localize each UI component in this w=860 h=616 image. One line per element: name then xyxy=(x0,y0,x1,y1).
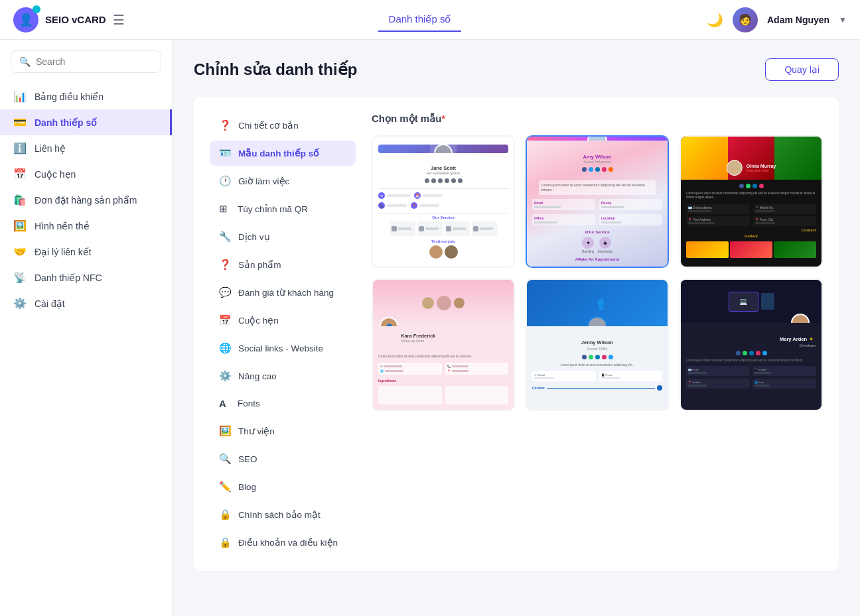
nav-tab-business-cards[interactable]: Danh thiếp số xyxy=(378,8,462,32)
sidebar-item-label: Liên hệ xyxy=(35,143,66,154)
content-nav-label: Chi tiết cơ bản xyxy=(238,120,299,131)
sidebar-item-label: Đơn đặt hàng sản phẩm xyxy=(35,195,137,206)
content-nav-label: Chính sách bảo mật xyxy=(238,509,321,520)
search-icon: 🔍 xyxy=(19,56,31,67)
content-nav-appointments[interactable]: 📅 Cuộc hẹn xyxy=(210,308,356,333)
nav-center: Danh thiếp số xyxy=(146,8,693,32)
content-nav-label: Đánh giá từ khách hàng xyxy=(238,287,334,298)
content-nav-products[interactable]: ❓ Sản phẩm xyxy=(210,252,356,277)
card-template-icon: 🪪 xyxy=(219,147,232,159)
qr-icon: ⊞ xyxy=(219,203,231,215)
avatar-emoji: 🧑 xyxy=(739,13,752,26)
content-nav-privacy[interactable]: 🔒 Chính sách bảo mật xyxy=(210,502,356,527)
card-background-icon: 🖼️ xyxy=(13,219,27,232)
content-nav-label: Giờ làm việc xyxy=(238,176,289,186)
sidebar-item-label: Hình nền thẻ xyxy=(35,221,90,231)
blog-icon: ✏️ xyxy=(219,481,232,493)
social-links-icon: 🌐 xyxy=(219,342,232,354)
card4-name: Kara Frederick xyxy=(401,333,508,339)
content-nav-label: Mẫu danh thiếp số xyxy=(238,148,319,158)
card-thumb-1[interactable]: 💻 Jane Scott Est Excepteur Ipsum xyxy=(372,135,515,268)
hamburger-menu[interactable]: ☰ xyxy=(113,12,125,28)
required-mark: * xyxy=(441,113,445,124)
back-button[interactable]: Quay lại xyxy=(765,58,839,81)
sidebar-item-appointment[interactable]: 📅 Cuộc hẹn xyxy=(0,161,172,187)
content-nav-label: Social links - Website xyxy=(238,343,323,353)
content-nav-terms[interactable]: 🔒 Điều khoản và điều kiện xyxy=(210,530,356,555)
top-navigation: 👤 SEIO vCARD ☰ Danh thiếp số 🌙 🧑 Adam Ng… xyxy=(0,0,860,40)
page-header: Chỉnh sửa danh thiếp Quay lại xyxy=(194,58,839,81)
sidebar-item-contact[interactable]: ℹ️ Liên hệ xyxy=(0,135,172,161)
content-nav-library[interactable]: 🖼️ Thư viện xyxy=(210,418,356,444)
card-thumb-2[interactable]: ♥ Amy Wilson Senior Influencer xyxy=(526,135,669,268)
content-nav-qr[interactable]: ⊞ Tùy chỉnh mã QR xyxy=(210,196,356,221)
orders-icon: 🛍️ xyxy=(13,194,27,206)
sidebar-item-card-background[interactable]: 🖼️ Hình nền thẻ xyxy=(0,213,172,239)
content-nav-label: Blog xyxy=(238,482,256,492)
logo-text: SEIO vCARD xyxy=(45,14,106,25)
card-thumb-4[interactable]: 👤 Kara Frederick Make-up Artist Lorem ip… xyxy=(372,278,515,411)
content-sidebar: ❓ Chi tiết cơ bản 🪪 Mẫu danh thiếp số 🕐 … xyxy=(210,113,356,555)
content-nav-advanced[interactable]: ⚙️ Nâng cao xyxy=(210,363,356,389)
dashboard-icon: 📊 xyxy=(13,90,27,103)
content-nav-social-links[interactable]: 🌐 Social links - Website xyxy=(210,336,356,361)
logo-area: 👤 SEIO vCARD ☰ xyxy=(13,7,133,32)
content-nav-label: Cuộc hẹn xyxy=(238,315,279,326)
content-nav-seo[interactable]: 🔍 SEO xyxy=(210,446,356,471)
sidebar-item-nfc[interactable]: 📡 Danh thiếp NFC xyxy=(0,265,172,290)
sidebar-item-label: Đại lý liên kết xyxy=(35,247,92,257)
sidebar-item-business-cards[interactable]: 💳 Danh thiếp số xyxy=(0,109,172,135)
page-title: Chỉnh sửa danh thiếp xyxy=(194,60,357,79)
basic-info-icon: ❓ xyxy=(219,119,232,131)
content-nav-label: Nâng cao xyxy=(238,371,277,381)
affiliate-icon: 🤝 xyxy=(13,245,27,258)
main-layout: 🔍 📊 Bảng điều khiển 💳 Danh thiếp số ℹ️ L… xyxy=(0,40,860,616)
content-nav-label: Tùy chỉnh mã QR xyxy=(238,204,308,214)
sidebar-item-affiliate[interactable]: 🤝 Đại lý liên kết xyxy=(0,239,172,265)
user-menu-chevron[interactable]: ▼ xyxy=(839,15,847,25)
nav-right: 🌙 🧑 Adam Nguyen ▼ xyxy=(707,7,847,32)
content-nav-basic-info[interactable]: ❓ Chi tiết cơ bản xyxy=(210,113,356,138)
content-nav-card-template[interactable]: 🪪 Mẫu danh thiếp số xyxy=(210,141,356,166)
content-nav-blog[interactable]: ✏️ Blog xyxy=(210,474,356,499)
user-name: Adam Nguyen xyxy=(767,15,829,25)
content-nav-label: Dịch vụ xyxy=(238,231,270,242)
content-nav-reviews[interactable]: 💬 Đánh giá từ khách hàng xyxy=(210,280,356,305)
reviews-icon: 💬 xyxy=(219,286,232,298)
card3-role: Executive Chef xyxy=(747,168,776,172)
content-nav-fonts[interactable]: A Fonts xyxy=(210,391,356,416)
contact-icon: ℹ️ xyxy=(13,142,27,154)
content-nav-label: Điều khoản và điều kiện xyxy=(238,537,338,548)
appointment-icon: 📅 xyxy=(13,168,27,180)
sidebar-item-dashboard[interactable]: 📊 Bảng điều khiển xyxy=(0,84,172,109)
work-hours-icon: 🕐 xyxy=(219,175,232,187)
card-thumb-5[interactable]: 👥 Jenny Wilson Senior SMM xyxy=(526,278,669,411)
card2-role: Senior Influencer xyxy=(583,160,611,164)
content-nav-services[interactable]: 🔧 Dịch vụ xyxy=(210,224,356,249)
sidebar-item-settings[interactable]: ⚙️ Cài đặt xyxy=(0,290,172,316)
content-nav-label: Sản phẩm xyxy=(238,259,281,270)
card1-name: Jane Scott xyxy=(431,165,456,171)
nfc-icon: 📡 xyxy=(13,271,27,284)
settings-icon: ⚙️ xyxy=(13,297,27,310)
card1-role: Est Excepteur Ipsum xyxy=(427,171,461,175)
logo-icon: 👤 xyxy=(13,7,38,32)
card-thumb-6[interactable]: 💻 Mary Arden ✦ xyxy=(680,278,823,411)
appointments-icon: 📅 xyxy=(219,314,232,326)
dark-mode-toggle[interactable]: 🌙 xyxy=(707,12,723,28)
content-nav-work-hours[interactable]: 🕐 Giờ làm việc xyxy=(210,168,356,194)
business-cards-icon: 💳 xyxy=(13,116,27,129)
card-selection-section: Chọn một mẫu* 💻 xyxy=(372,113,823,555)
sidebar: 🔍 📊 Bảng điều khiển 💳 Danh thiếp số ℹ️ L… xyxy=(0,40,173,616)
library-icon: 🖼️ xyxy=(219,425,232,437)
search-input[interactable] xyxy=(36,56,153,67)
sidebar-item-orders[interactable]: 🛍️ Đơn đặt hàng sản phẩm xyxy=(0,187,172,213)
services-icon: 🔧 xyxy=(219,231,232,243)
products-icon: ❓ xyxy=(219,259,232,271)
card3-name: Olivia Murray xyxy=(747,164,776,168)
card5-name: Jenny Wilson xyxy=(581,339,613,345)
card-thumb-3[interactable]: Olivia Murray Executive Chef xyxy=(680,135,823,268)
card6-role: Developer xyxy=(686,343,816,347)
search-box[interactable]: 🔍 xyxy=(11,50,161,73)
advanced-icon: ⚙️ xyxy=(219,370,232,382)
